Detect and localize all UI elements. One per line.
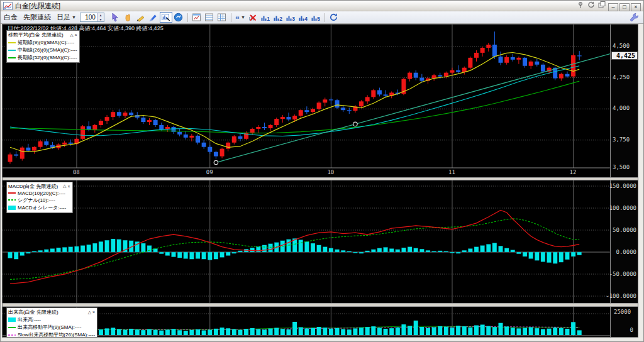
close-button[interactable]: × [631, 3, 641, 11]
info-tool-icon [174, 13, 183, 22]
y-axis-label: 50.0000 [613, 227, 636, 233]
collapse-icon[interactable]: △ [70, 33, 73, 38]
crosshair-tool-icon [161, 13, 170, 22]
reload-window-icon[interactable] [587, 0, 596, 8]
close-icon[interactable]: × [68, 184, 70, 189]
x-axis-label: 12 [570, 169, 577, 175]
y-axis-label: 4,500 [613, 43, 630, 49]
macd-axis[interactable]: 150.0000100.000050.00000.0000-50.0000-10… [610, 180, 638, 304]
preset-5-button[interactable]: 5 [309, 12, 322, 23]
pan-tool-button[interactable] [122, 12, 135, 23]
volume-legend: 出来高(白金 先限連続)△×出来高:----出来高移動平均(9)(SMA):--… [6, 307, 97, 337]
layout-single-button[interactable] [191, 12, 203, 23]
y-axis-label: 0.0000 [616, 249, 636, 255]
macd-legend: MACD(白金 先限連続)△×MACD(10)(20)(C):----シグナル(… [6, 182, 73, 213]
collapse-icon[interactable]: △ [88, 310, 91, 315]
bar-count-value: 100 [80, 13, 97, 21]
toolbar-separator [187, 13, 188, 22]
legend-item-label: 長期線(52)(0)(SMA)(C):---- [18, 54, 77, 61]
legend-item-label: シグナル(10):---- [18, 197, 55, 204]
legend-item-label: MACD(10)(20)(C):---- [18, 190, 65, 196]
toolbar: 白金 先限連続 日足 ▼ 100 ▲▼ ▼12345 [1, 11, 643, 24]
ma-legend-item-2: 長期線(52)(0)(SMA)(C):---- [8, 54, 77, 61]
macd-legend-item-0: MACD(10)(20)(C):---- [8, 190, 70, 196]
close-icon[interactable]: × [92, 310, 95, 314]
macd-legend-item-1: シグナル(10):---- [8, 197, 70, 204]
line-chart-app-icon [3, 2, 13, 10]
macd-legend-item-2: MACDオシレータ:---- [8, 204, 70, 211]
preset-3-button[interactable]: 3 [284, 12, 297, 23]
pencil-tool-icon [136, 13, 145, 22]
ma-legend: 移動平均(白金 先限連続)△×短期線(9)(0)(SMA)(C):----中期線… [6, 30, 80, 63]
chevron-down-icon: ▼ [241, 15, 245, 19]
y-axis-label: 3,500 [613, 164, 630, 170]
preset-1-icon: 1 [260, 13, 270, 22]
ma-legend-header: 移動平均(白金 先限連続)△× [8, 31, 77, 38]
price-axis[interactable]: 4,5004,2504,0003,7503,5004,425 [610, 25, 638, 177]
clone-window-icon[interactable] [597, 0, 607, 8]
layout-grid-button[interactable] [216, 12, 228, 23]
symbol-label: 白金 [4, 13, 18, 22]
stepper-arrows[interactable]: ▲▼ [97, 13, 104, 21]
macd-panel[interactable]: MACD(白金 先限連続)△×MACD(10)(20)(C):----シグナル(… [3, 180, 638, 304]
y-axis-label: 4,000 [613, 105, 630, 111]
legend-swatch [8, 57, 16, 58]
y-axis-label: 100.0000 [609, 205, 636, 211]
svg-text:1: 1 [267, 16, 270, 22]
y-axis-label: 0 [630, 327, 633, 333]
legend-item-label: MACDオシレータ:---- [18, 204, 66, 211]
chart-type-button[interactable]: ▼ [234, 12, 247, 23]
volume-legend-title: 出来高(白金 先限連続) [8, 309, 83, 316]
crosshair-tool-button[interactable] [160, 12, 172, 23]
pencil-tool-button[interactable] [135, 12, 147, 23]
minimize-button[interactable]: – [608, 3, 618, 11]
x-axis-label: 10 [327, 169, 334, 175]
preset-4-icon: 4 [298, 13, 308, 22]
layout-rows-icon [204, 13, 214, 22]
pin-icon[interactable] [576, 0, 586, 8]
layout-rows-button[interactable] [203, 12, 216, 23]
legend-item-label: 中期線(26)(0)(SMA)(C):---- [18, 47, 77, 53]
ma-legend-title: 移動平均(白金 先限連続) [8, 31, 65, 38]
close-icon[interactable]: × [75, 33, 77, 37]
settings-wrench-icon[interactable] [630, 13, 640, 22]
volume-legend-item-0: 出来高:---- [8, 316, 95, 323]
select-tool-icon [111, 13, 120, 22]
legend-swatch [8, 327, 16, 328]
maximize-button[interactable]: □ [619, 3, 630, 11]
price-panel[interactable]: 日付:2022/12/02 始値:4,428 高値:4,464 安値:4,390… [3, 25, 638, 177]
ma-legend-item-1: 中期線(26)(0)(SMA)(C):---- [8, 47, 77, 53]
preset-4-button[interactable]: 4 [297, 12, 309, 23]
refresh-button[interactable] [328, 12, 340, 23]
pan-tool-icon [123, 13, 133, 22]
refresh-icon [329, 13, 338, 22]
step-down-icon[interactable]: ▼ [97, 18, 104, 22]
preset-5-icon: 5 [311, 13, 320, 22]
svg-text:4: 4 [305, 16, 308, 22]
y-axis-label: 3,750 [613, 136, 630, 143]
legend-swatch [8, 42, 16, 43]
legend-swatch [8, 50, 16, 51]
preset-3-icon: 3 [286, 13, 295, 22]
x-axis-label: 11 [448, 169, 455, 175]
volume-legend-item-2: Slow出来高移動平均(26)(SMA):---- [8, 331, 95, 337]
toolbar-separator [325, 13, 325, 22]
legend-item-label: 出来高移動平均(9)(SMA):---- [18, 324, 81, 331]
preset-2-button[interactable]: 2 [272, 12, 284, 23]
timeframe-dropdown[interactable]: 日足 ▼ [57, 13, 76, 22]
preset-1-button[interactable]: 1 [259, 12, 272, 23]
app-window: 白金[先限連続] –□× 白金 先限連続 日足 ▼ 100 ▲▼ ▼12345 … [0, 0, 644, 342]
info-tool-button[interactable] [172, 12, 185, 23]
window-title: 白金[先限連続] [15, 1, 575, 11]
y-axis-label: -100.0000 [606, 293, 636, 299]
legend-swatch [8, 206, 16, 210]
y-axis-label: 25000 [614, 309, 631, 315]
select-tool-button[interactable] [109, 12, 122, 23]
marker-tool-button[interactable] [147, 12, 160, 23]
clear-indicators-button[interactable] [247, 12, 259, 23]
bar-count-stepper[interactable]: 100 ▲▼ [80, 13, 104, 22]
volume-axis[interactable]: 250000 [610, 307, 638, 337]
legend-item-label: Slow出来高移動平均(26)(SMA):---- [18, 331, 95, 337]
collapse-icon[interactable]: △ [63, 184, 66, 189]
volume-panel[interactable]: 出来高(白金 先限連続)△×出来高:----出来高移動平均(9)(SMA):--… [3, 307, 638, 337]
